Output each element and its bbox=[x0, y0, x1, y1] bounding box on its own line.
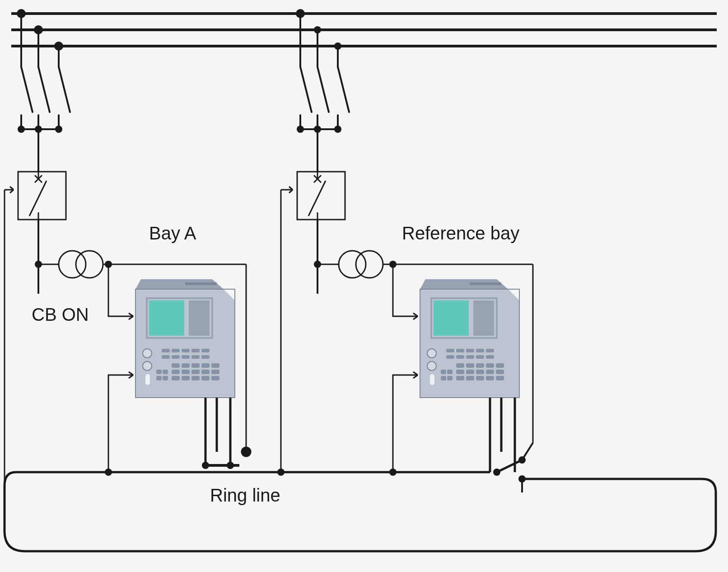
svg-rect-132 bbox=[476, 355, 484, 359]
svg-rect-150 bbox=[447, 370, 453, 374]
svg-point-34 bbox=[76, 251, 103, 278]
svg-point-93 bbox=[297, 126, 304, 133]
svg-rect-70 bbox=[201, 376, 210, 380]
svg-rect-67 bbox=[172, 376, 180, 380]
svg-rect-73 bbox=[163, 370, 168, 374]
svg-rect-152 bbox=[447, 376, 453, 380]
reference-bay-label: Reference bay bbox=[402, 223, 519, 243]
left-relay-device bbox=[135, 279, 235, 398]
bay-a-label: Bay A bbox=[149, 223, 196, 243]
svg-point-45 bbox=[143, 361, 152, 370]
svg-point-44 bbox=[143, 349, 152, 358]
svg-rect-145 bbox=[466, 376, 474, 380]
svg-rect-59 bbox=[191, 363, 200, 368]
svg-rect-72 bbox=[156, 370, 162, 374]
svg-rect-125 bbox=[456, 349, 464, 352]
svg-line-86 bbox=[300, 67, 312, 112]
ring-changeover-switch bbox=[493, 456, 526, 483]
svg-rect-131 bbox=[466, 355, 474, 359]
svg-rect-62 bbox=[172, 370, 180, 374]
svg-point-96 bbox=[314, 26, 321, 33]
svg-rect-135 bbox=[466, 363, 474, 368]
svg-rect-137 bbox=[486, 363, 494, 368]
svg-rect-129 bbox=[446, 355, 454, 359]
svg-line-103 bbox=[308, 181, 326, 216]
svg-rect-53 bbox=[172, 355, 180, 359]
svg-rect-47 bbox=[162, 349, 170, 352]
svg-point-122 bbox=[427, 361, 436, 370]
busbars bbox=[11, 14, 717, 46]
svg-point-97 bbox=[334, 42, 341, 50]
svg-rect-133 bbox=[486, 355, 494, 359]
svg-point-39 bbox=[242, 447, 251, 456]
left-vt bbox=[38, 251, 246, 278]
svg-rect-56 bbox=[201, 355, 210, 359]
svg-rect-54 bbox=[182, 355, 190, 359]
svg-rect-148 bbox=[496, 376, 504, 380]
left-circuit-breaker bbox=[18, 172, 66, 220]
svg-rect-50 bbox=[191, 349, 200, 352]
svg-rect-68 bbox=[182, 376, 190, 380]
svg-rect-141 bbox=[476, 370, 484, 374]
svg-point-95 bbox=[334, 126, 341, 133]
svg-rect-61 bbox=[211, 363, 219, 368]
svg-point-111 bbox=[339, 251, 366, 278]
right-relay-device bbox=[420, 279, 519, 398]
svg-rect-124 bbox=[446, 349, 454, 352]
svg-rect-69 bbox=[191, 376, 200, 380]
svg-rect-21 bbox=[18, 172, 66, 220]
svg-rect-130 bbox=[456, 355, 464, 359]
svg-point-121 bbox=[427, 349, 436, 358]
svg-rect-142 bbox=[486, 370, 494, 374]
svg-rect-134 bbox=[456, 363, 464, 368]
svg-point-17 bbox=[18, 126, 25, 133]
ring-line bbox=[5, 472, 716, 551]
svg-line-88 bbox=[338, 67, 349, 112]
svg-point-33 bbox=[59, 251, 86, 278]
svg-rect-144 bbox=[456, 376, 464, 380]
svg-rect-52 bbox=[162, 355, 170, 359]
svg-line-160 bbox=[497, 460, 522, 472]
svg-line-10 bbox=[21, 67, 33, 112]
svg-point-19 bbox=[55, 126, 62, 133]
svg-rect-42 bbox=[189, 300, 210, 336]
svg-rect-41 bbox=[149, 300, 184, 336]
svg-rect-51 bbox=[201, 349, 210, 352]
svg-rect-136 bbox=[476, 363, 484, 368]
cb-on-label: CB ON bbox=[32, 305, 89, 324]
svg-line-25 bbox=[29, 181, 47, 216]
svg-rect-58 bbox=[182, 363, 190, 368]
svg-rect-76 bbox=[185, 282, 217, 285]
svg-rect-55 bbox=[191, 355, 200, 359]
svg-rect-153 bbox=[470, 282, 501, 285]
svg-rect-99 bbox=[297, 172, 345, 220]
svg-rect-127 bbox=[476, 349, 484, 352]
svg-line-161 bbox=[522, 443, 533, 460]
svg-rect-151 bbox=[441, 376, 446, 380]
svg-rect-66 bbox=[211, 370, 219, 374]
svg-rect-57 bbox=[172, 363, 180, 368]
right-vt bbox=[317, 251, 533, 278]
svg-point-112 bbox=[356, 251, 383, 278]
svg-rect-123 bbox=[430, 374, 434, 385]
svg-rect-48 bbox=[172, 349, 180, 352]
svg-rect-140 bbox=[466, 370, 474, 374]
svg-rect-60 bbox=[201, 363, 210, 368]
svg-rect-64 bbox=[191, 370, 200, 374]
svg-rect-139 bbox=[456, 370, 464, 374]
svg-rect-75 bbox=[163, 376, 168, 380]
svg-rect-149 bbox=[441, 370, 446, 374]
svg-rect-71 bbox=[211, 376, 219, 380]
svg-point-163 bbox=[277, 469, 285, 476]
svg-rect-143 bbox=[496, 370, 504, 374]
svg-rect-118 bbox=[434, 300, 469, 336]
svg-rect-119 bbox=[473, 300, 494, 336]
synchrocheck-diagram: Bay A Reference bay CB ON Ring line bbox=[0, 0, 728, 572]
ring-line-label: Ring line bbox=[210, 485, 280, 505]
svg-rect-63 bbox=[182, 370, 190, 374]
right-circuit-breaker bbox=[297, 172, 345, 220]
svg-rect-46 bbox=[145, 374, 150, 385]
svg-rect-126 bbox=[466, 349, 474, 352]
svg-line-87 bbox=[317, 67, 329, 112]
svg-rect-146 bbox=[476, 376, 484, 380]
